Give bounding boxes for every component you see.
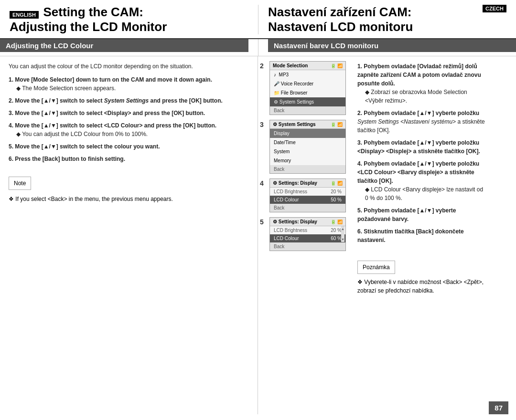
- step-1: 1. Move [Mode Selector] down to turn on …: [9, 75, 249, 93]
- section-left-header-wrap: Adjusting the LCD Colour: [0, 39, 258, 56]
- screen-4-title: ⚙ Settings: Display: [273, 180, 317, 186]
- section-headers: Adjusting the LCD Colour Nastavení barev…: [0, 39, 516, 56]
- screen-3-system: System: [270, 147, 345, 156]
- step-4-bullet: You can adjust the LCD Colour from 0% to…: [16, 130, 249, 138]
- screen-5-number: 5: [260, 218, 264, 226]
- header-left: ENGLISH Setting the CAM: Adjusting the L…: [10, 5, 258, 34]
- screen-3-row: 3 ⚙ System Settings 🔋 📶 Display Date/Tim…: [269, 120, 346, 174]
- screen-4: ⚙ Settings: Display 🔋 📶 LCD Brightness 2…: [269, 178, 346, 212]
- screen-2: Mode Selection 🔋 📶 ♪ MP3 🎤 Voice Recorde…: [269, 61, 346, 115]
- scroll-down-arrow: ▼: [341, 238, 344, 241]
- left-title-main: Setting the CAM:: [43, 5, 143, 19]
- step-6: 6. Press the [Back] button to finish set…: [9, 155, 249, 163]
- screen-5-brightness: LCD Brightness 20 %: [270, 226, 345, 234]
- screen-5-back: Back: [270, 242, 345, 251]
- colour-label: LCD Colour: [274, 197, 299, 202]
- screen-2-back: Back: [270, 106, 345, 115]
- page-header: ENGLISH Setting the CAM: Adjusting the L…: [0, 0, 516, 39]
- screen-2-mp3: ♪ MP3: [270, 70, 345, 79]
- cz-step-4: 4. Pohybem ovladače [▲/▼] vyberte položk…: [357, 159, 486, 202]
- screen-2-number: 2: [260, 62, 264, 70]
- header-right-top: Nastavení zařízení CAM: Nastavení LCD mo…: [268, 5, 506, 34]
- screen-4-brightness: LCD Brightness 20 %: [270, 188, 345, 196]
- screen-2-title: Mode Selection: [273, 63, 308, 68]
- screen-5-icons: 🔋 📶: [331, 220, 343, 224]
- screen-5-colour: LCD Colour 60 %: [270, 234, 345, 242]
- screen-3-number: 3: [260, 121, 264, 128]
- right-title-main: Nastavení zařízení CAM:: [268, 5, 413, 20]
- screen-4-row: 4 ⚙ Settings: Display 🔋 📶 LCD Brightness…: [269, 178, 346, 212]
- header-right: Nastavení zařízení CAM: Nastavení LCD mo…: [258, 5, 506, 34]
- cz-step-1-bullet: Zobrazí se obrazovka Mode Selection <Výb…: [365, 88, 486, 105]
- screen-2-voice: 🎤 Voice Recorder: [270, 79, 345, 88]
- step-3: 3. Move the [▲/▼] switch to select <Disp…: [9, 109, 249, 117]
- screen-2-icons: 🔋 📶: [331, 63, 343, 68]
- screen-3-icons: 🔋 📶: [331, 122, 343, 127]
- screen-4-colour: LCD Colour 50 %: [270, 196, 345, 204]
- brightness-label: LCD Brightness: [274, 189, 307, 194]
- header-title-line1: ENGLISH Setting the CAM:: [10, 5, 248, 20]
- screen-3-display: Display: [270, 129, 345, 138]
- right-titles: Nastavení zařízení CAM: Nastavení LCD mo…: [268, 5, 413, 34]
- colour-label-5: LCD Colour: [274, 236, 299, 241]
- screens-column: 2 Mode Selection 🔋 📶 ♪ MP3 🎤 Voice Recor…: [258, 56, 351, 414]
- cz-step-6: 6. Stisknutím tlačítka [Back] dokončete …: [357, 227, 486, 244]
- step-1-bullet: The Mode Selection screen appears.: [16, 84, 249, 93]
- screen-3-header: ⚙ System Settings 🔋 📶: [270, 120, 345, 129]
- czech-badge: CZECH: [483, 5, 506, 12]
- english-badge: ENGLISH: [10, 11, 39, 19]
- colour-value-5: 60 %: [331, 236, 342, 241]
- section-header-right: Nastavení barev LCD monitoru: [268, 39, 516, 52]
- screen-2-filebrowser: 📁 File Browser: [270, 88, 345, 97]
- screen-3-memory: Memory: [270, 156, 345, 165]
- screen-4-header: ⚙ Settings: Display 🔋 📶: [270, 179, 345, 188]
- czech-text-panel: 1. Pohybem ovladače [Ovladač režimů] dol…: [351, 56, 493, 414]
- page-number: 87: [489, 401, 508, 414]
- cz-step-2: 2. Pohybem ovladače [▲/▼] vyberte položk…: [357, 109, 486, 135]
- brightness-value-5: 20 %: [331, 228, 342, 233]
- scroll-up-arrow: ▲: [341, 227, 344, 231]
- left-panel: You can adjust the colour of the LCD mon…: [0, 56, 258, 414]
- screen-3-datetime: Date/Time: [270, 138, 345, 147]
- colour-value: 50 %: [331, 197, 342, 202]
- screen-2-header: Mode Selection 🔋 📶: [270, 62, 345, 70]
- screen-3: ⚙ System Settings 🔋 📶 Display Date/Time …: [269, 120, 346, 174]
- cz-note-text: Vyberete-li v nabídce možnost <Back> <Zp…: [357, 278, 486, 295]
- right-panel: 2 Mode Selection 🔋 📶 ♪ MP3 🎤 Voice Recor…: [258, 56, 516, 414]
- screen-5: ⚙ Settings: Display 🔋 📶 LCD Brightness 2…: [269, 217, 346, 251]
- cz-step-5: 5. Pohybem ovladače [▲/▼] vyberte požado…: [357, 206, 486, 223]
- brightness-label-5: LCD Brightness: [274, 228, 307, 233]
- step-5: 5. Move the [▲/▼] switch to select the c…: [9, 142, 249, 151]
- screen-2-row: 2 Mode Selection 🔋 📶 ♪ MP3 🎤 Voice Recor…: [269, 61, 346, 115]
- screen-4-number: 4: [260, 179, 264, 187]
- cz-step-1: 1. Pohybem ovladače [Ovladač režimů] dol…: [357, 62, 486, 105]
- section-header-left: Adjusting the LCD Colour: [0, 39, 248, 52]
- body-text: You can adjust the colour of the LCD mon…: [9, 62, 249, 71]
- step-2: 2. Move the [▲/▼] switch to select Syste…: [9, 96, 249, 105]
- cz-note-box: Poznámka: [357, 261, 395, 274]
- section-right-header-wrap: Nastavení barev LCD monitoru: [258, 39, 516, 56]
- cz-step-4-bullet: LCD Colour <Barvy displeje> lze nastavit…: [365, 185, 486, 202]
- screen-2-system: ⚙ System Settings: [270, 97, 345, 106]
- cz-step-3: 3. Pohybem ovladače [▲/▼] vyberte položk…: [357, 138, 486, 156]
- screen-5-title: ⚙ Settings: Display: [273, 219, 317, 224]
- screen-4-back: Back: [270, 204, 345, 212]
- right-title-sub: Nastavení LCD monitoru: [268, 20, 413, 34]
- scroll-indicator: ▲ ▼: [341, 226, 344, 242]
- screen-4-icons: 🔋 📶: [331, 181, 343, 186]
- main-content: You can adjust the colour of the LCD mon…: [0, 56, 516, 414]
- screen-5-header: ⚙ Settings: Display 🔋 📶: [270, 218, 345, 226]
- brightness-value: 20 %: [331, 189, 342, 194]
- left-title-sub: Adjusting the LCD Monitor: [10, 20, 248, 34]
- screen-3-title: ⚙ System Settings: [273, 122, 316, 127]
- step-4: 4. Move the [▲/▼] switch to select <LCD …: [9, 121, 249, 138]
- note-text: If you select <Back> in the menu, the pr…: [9, 195, 249, 203]
- screen-3-back: Back: [270, 165, 345, 173]
- screen-5-row: 5 ⚙ Settings: Display 🔋 📶 LCD Brightness…: [269, 217, 346, 251]
- note-box: Note: [9, 177, 31, 190]
